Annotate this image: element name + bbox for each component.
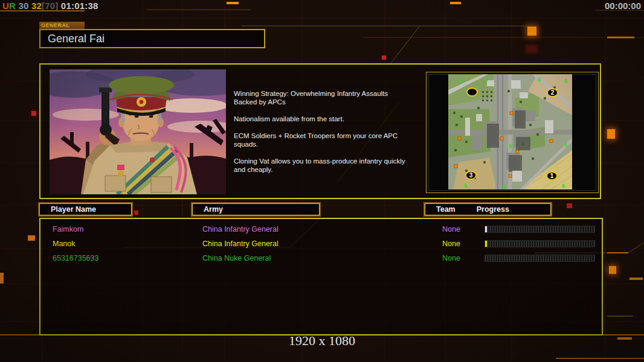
column-header-player-name: Player Name	[39, 203, 132, 215]
stat-u: U	[2, 1, 9, 11]
header-label-progress: Progress	[456, 205, 509, 214]
match-timer: 00:00:00	[605, 1, 641, 11]
stat-30: 30	[16, 1, 28, 11]
supply-icon: $	[460, 78, 463, 84]
start-marker-1: 1	[546, 171, 558, 180]
header-label: Army	[193, 205, 223, 214]
header-label: Player Name	[40, 205, 96, 214]
supply-icon: $	[564, 142, 567, 148]
player-team: None	[442, 225, 460, 233]
load-progress-bar	[485, 255, 595, 262]
player-army: China Nuke General	[202, 254, 271, 262]
column-header-army: Army	[192, 203, 320, 215]
supply-icon: $	[485, 77, 488, 83]
player-team: None	[442, 240, 460, 248]
general-tab-label: GENERAL	[39, 22, 85, 29]
player-row: Manok China Infantry General None	[40, 237, 602, 252]
minimap: $ $ $ $ $ $ $ $ $ 2 3 1	[448, 74, 572, 189]
progress-tick	[485, 255, 487, 261]
header-label-team: Team	[425, 205, 456, 214]
supply-icon: $	[538, 77, 541, 83]
supply-icon: $	[464, 183, 467, 189]
player-name: Manok	[53, 240, 76, 248]
progress-tick	[485, 241, 487, 247]
player-list-panel: Faimkom China Infantry General None Mano…	[39, 218, 603, 335]
orange-square	[28, 235, 35, 241]
general-info-panel: Winning Strategy: Overwhelming Infantry …	[39, 63, 601, 199]
supply-icon: $	[562, 183, 565, 189]
bio-paragraph: ECM Soldiers + Rocket Troopers form your…	[234, 132, 436, 148]
progress-tick	[485, 226, 487, 232]
red-square	[31, 111, 36, 116]
supply-icon: $	[564, 78, 567, 84]
start-marker-2: 2	[547, 88, 558, 97]
player-row: Faimkom China Infantry General None	[40, 223, 602, 237]
glow-square	[607, 129, 615, 139]
loading-screen: UR 30 32[70] 01:01:38 00:00:00 GENERAL G…	[0, 0, 644, 362]
general-name-box: General Fai	[39, 29, 265, 48]
player-army: China Infantry General	[202, 225, 279, 233]
player-row: 65316735633 China Nuke General None	[40, 252, 602, 266]
bio-paragraph: Nationalism available from the start.	[234, 115, 436, 123]
start-marker-empty	[466, 87, 478, 97]
player-army: China Infantry General	[202, 240, 279, 248]
load-progress-bar	[485, 226, 595, 233]
resolution-label: 1920 x 1080	[0, 333, 644, 349]
glow-square	[609, 266, 616, 274]
player-name: Faimkom	[53, 225, 83, 233]
glow-square-reflection	[526, 45, 538, 53]
orange-square	[0, 273, 4, 284]
red-square	[567, 203, 572, 208]
player-name: 65316735633	[53, 254, 98, 262]
general-portrait	[50, 69, 226, 194]
column-header-team-progress: Team Progress	[425, 203, 551, 215]
network-stats: UR 30 32[70] 01:01:38	[2, 1, 98, 11]
stat-70: [70]	[42, 1, 58, 11]
bio-paragraph: Cloning Vat allows you to mass-produce i…	[234, 157, 436, 174]
load-progress-bar	[485, 240, 595, 247]
start-marker-3: 3	[465, 171, 477, 180]
stat-r: R	[9, 1, 16, 11]
general-bio: Winning Strategy: Overwhelming Infantry …	[234, 89, 436, 182]
clock: 01:01:38	[58, 1, 98, 11]
general-name: General Fai	[40, 33, 105, 45]
supply-icon: $	[509, 143, 512, 149]
minimap-panel: $ $ $ $ $ $ $ $ $ 2 3 1	[426, 72, 599, 193]
bio-paragraph: Winning Strategy: Overwhelming Infantry …	[234, 89, 436, 106]
glow-square	[527, 27, 536, 36]
supply-icon: $	[503, 184, 506, 189]
red-square	[382, 56, 386, 60]
red-square	[134, 211, 138, 215]
stat-32: 32	[29, 1, 42, 11]
player-team: None	[442, 254, 460, 262]
